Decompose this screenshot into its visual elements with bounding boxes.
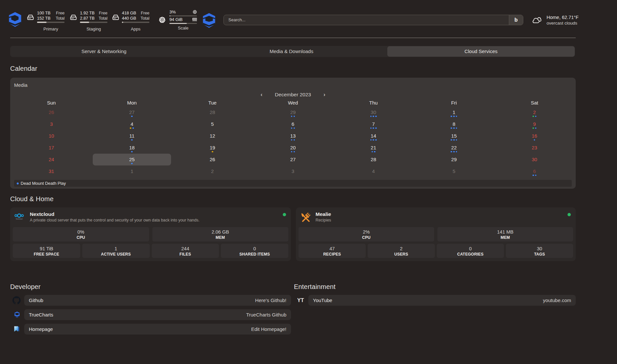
svg-text:Nextcloud: Nextcloud <box>16 218 23 220</box>
